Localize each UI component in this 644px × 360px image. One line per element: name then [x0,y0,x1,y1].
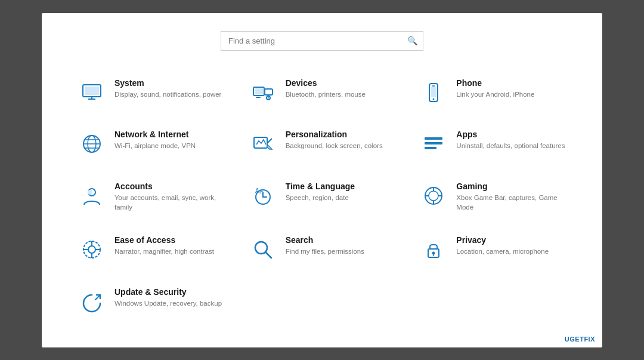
setting-title-time: Time & Language [286,181,355,191]
setting-text-privacy: Privacy Location, camera, microphone [456,235,549,256]
setting-item-ease[interactable]: Ease of Access Narrator, magnifier, high… [66,226,237,278]
setting-desc-apps: Uninstall, defaults, optional features [456,141,565,150]
svg-rect-5 [265,89,273,95]
setting-text-update: Update & Security Windows Update, recove… [114,287,222,308]
setting-desc-phone: Link your Android, iPhone [456,90,534,99]
svg-rect-20 [425,137,442,140]
setting-desc-time: Speech, region, date [286,193,355,202]
svg-point-9 [268,97,269,99]
setting-item-phone[interactable]: Phone Link your Android, iPhone [407,69,578,121]
system-icon [78,78,106,107]
svg-point-12 [433,98,435,100]
personalization-icon [249,130,277,158]
apps-icon [419,130,448,158]
setting-title-privacy: Privacy [456,235,549,245]
ease-icon [78,235,106,264]
setting-desc-update: Windows Update, recovery, backup [114,299,222,308]
setting-item-personalization[interactable]: Personalization Background, lock screen,… [237,120,408,172]
setting-text-personalization: Personalization Background, lock screen,… [286,130,383,150]
setting-item-gaming[interactable]: Gaming Xbox Game Bar, captures, Game Mod… [407,172,578,226]
setting-text-accounts: Accounts Your accounts, email, sync, wor… [114,181,225,212]
setting-item-privacy[interactable]: Privacy Location, camera, microphone [407,226,578,278]
svg-line-43 [265,252,271,258]
setting-text-ease: Ease of Access Narrator, magnifier, high… [114,235,214,256]
search-icon [249,235,277,264]
svg-point-31 [429,191,438,201]
svg-text:あ: あ [259,189,264,194]
update-icon [78,287,106,316]
setting-title-phone: Phone [456,78,534,88]
accounts-icon [78,181,106,210]
setting-text-network: Network & Internet Wi-Fi, airplane mode,… [114,130,196,150]
setting-desc-personalization: Background, lock screen, colors [286,141,383,150]
svg-rect-22 [425,147,436,149]
time-icon: A あ [249,181,277,210]
setting-item-search[interactable]: Search Find my files, permissions [237,226,408,278]
setting-title-update: Update & Security [114,287,222,297]
network-icon [78,130,106,158]
settings-grid: System Display, sound, notifications, po… [66,69,578,330]
setting-desc-search: Find my files, permissions [286,247,364,256]
svg-rect-3 [85,87,99,95]
setting-item-system[interactable]: System Display, sound, notifications, po… [66,69,237,121]
setting-item-update[interactable]: Update & Security Windows Update, recove… [66,278,237,330]
svg-point-24 [88,190,92,195]
gaming-icon [419,181,448,210]
setting-desc-gaming: Xbox Game Bar, captures, Game Mode [456,193,566,212]
phone-icon [419,78,448,107]
setting-desc-accounts: Your accounts, email, sync, work, family [114,193,225,212]
setting-text-search: Search Find my files, permissions [286,235,364,256]
privacy-icon [419,235,448,264]
setting-desc-system: Display, sound, notifications, power [114,90,221,99]
search-bar-container: 🔍 [221,31,423,51]
setting-title-devices: Devices [286,78,366,88]
settings-window: 🔍 System Display, sound, notifications, … [42,13,602,347]
setting-text-apps: Apps Uninstall, defaults, optional featu… [456,130,565,150]
setting-item-time[interactable]: A あ Time & Language Speech, region, date [237,172,408,226]
setting-title-personalization: Personalization [286,130,383,139]
setting-item-apps[interactable]: Apps Uninstall, defaults, optional featu… [407,120,578,172]
setting-title-ease: Ease of Access [114,235,214,245]
setting-desc-network: Wi-Fi, airplane mode, VPN [114,141,196,150]
setting-title-network: Network & Internet [114,130,196,139]
setting-item-devices[interactable]: Devices Bluetooth, printers, mouse [237,69,408,121]
devices-icon [249,78,277,107]
svg-rect-7 [256,97,261,98]
svg-rect-21 [425,142,442,144]
setting-title-gaming: Gaming [456,181,566,191]
setting-desc-ease: Narrator, magnifier, high contrast [114,247,214,256]
setting-text-devices: Devices Bluetooth, printers, mouse [286,78,366,99]
setting-desc-devices: Bluetooth, printers, mouse [286,90,366,99]
search-icon: 🔍 [407,36,417,45]
setting-text-gaming: Gaming Xbox Game Bar, captures, Game Mod… [456,181,566,212]
setting-text-phone: Phone Link your Android, iPhone [456,78,534,99]
setting-title-search: Search [286,235,364,245]
svg-point-45 [432,251,435,254]
setting-title-apps: Apps [456,130,565,139]
setting-item-accounts[interactable]: Accounts Your accounts, email, sync, wor… [66,172,237,226]
svg-rect-6 [255,88,263,94]
setting-text-time: Time & Language Speech, region, date [286,181,355,202]
setting-title-system: System [114,78,221,88]
search-input[interactable] [221,31,423,51]
svg-rect-13 [431,87,436,97]
setting-desc-privacy: Location, camera, microphone [456,247,549,256]
svg-point-37 [88,246,95,253]
setting-item-network[interactable]: Network & Internet Wi-Fi, airplane mode,… [66,120,237,172]
setting-title-accounts: Accounts [114,181,225,191]
setting-text-system: System Display, sound, notifications, po… [114,78,221,99]
watermark-label: UGETFIX [565,336,595,343]
